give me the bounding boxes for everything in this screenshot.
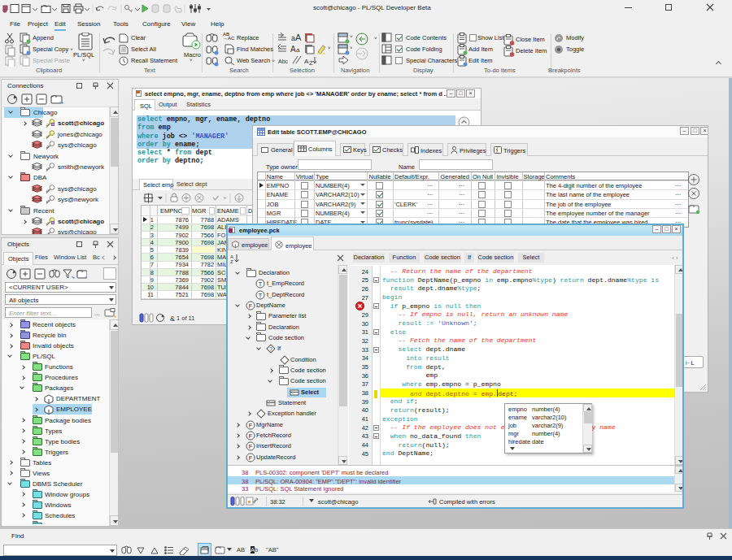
svg-text:A: A <box>295 33 302 42</box>
svg-text:Z: Z <box>309 59 313 67</box>
svg-text:&: & <box>170 315 175 323</box>
svg-text:Z: Z <box>230 258 233 263</box>
svg-text:A: A <box>290 45 296 54</box>
svg-text:Abc: Abc <box>278 59 289 64</box>
svg-text:a: a <box>296 46 300 54</box>
